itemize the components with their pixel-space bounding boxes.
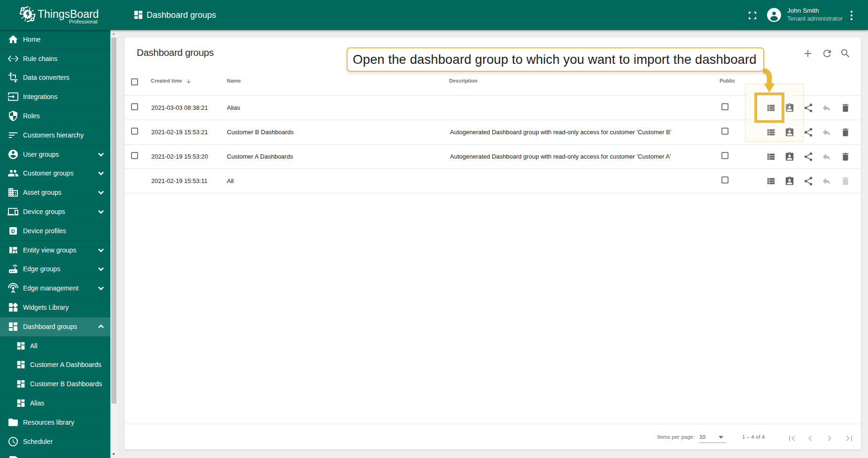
svg-text:D: D	[11, 228, 15, 234]
